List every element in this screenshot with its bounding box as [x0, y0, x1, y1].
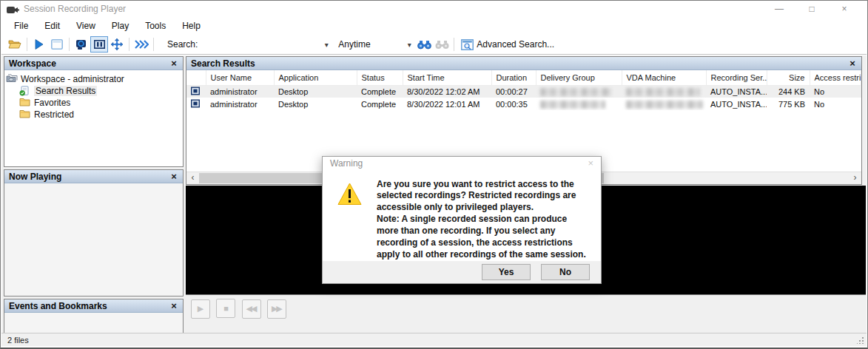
events-bookmarks-panel: Events and Bookmarks ×	[4, 299, 184, 333]
tree-item-label: Favorites	[34, 98, 70, 108]
tree-item-label: Search Results	[34, 86, 97, 96]
results-table: User Name Application Status Start Time …	[186, 70, 861, 110]
cell-application: Desktop	[274, 98, 357, 110]
column-user-name[interactable]: User Name	[206, 70, 274, 85]
speed-button[interactable]	[132, 36, 150, 52]
workspace-close-icon[interactable]: ×	[168, 58, 180, 69]
menu-tools[interactable]: Tools	[137, 17, 174, 35]
menu-file[interactable]: File	[6, 17, 36, 35]
minimize-button[interactable]: —	[763, 1, 795, 17]
cell-vda-machine-redacted	[622, 98, 706, 110]
menu-bar: File Edit View Play Tools Help	[1, 17, 867, 35]
pan-button[interactable]	[108, 36, 126, 52]
events-close-icon[interactable]: ×	[168, 300, 180, 311]
status-bar: 2 files	[1, 333, 867, 346]
dialog-message: Are you sure you want to restrict access…	[377, 179, 591, 262]
dialog-close-icon[interactable]: ×	[588, 157, 593, 169]
recording-row-2[interactable]: administrator Desktop Complete 8/30/2022…	[186, 98, 861, 110]
snapshot-button[interactable]	[48, 36, 66, 52]
column-start-time[interactable]: Start Time	[403, 70, 491, 85]
pan-move-icon	[111, 38, 123, 50]
advanced-search-button[interactable]: Advanced Search...	[460, 36, 555, 52]
tree-item-restricted[interactable]: Restricted	[6, 109, 181, 121]
title-bar: Session Recording Player — □ ×	[1, 1, 867, 17]
menu-play[interactable]: Play	[104, 17, 137, 35]
resize-grip[interactable]	[857, 336, 864, 344]
toolbar-separator	[27, 38, 27, 51]
toolbar-separator	[454, 38, 454, 51]
menu-help[interactable]: Help	[174, 17, 209, 35]
column-size[interactable]: Size	[767, 70, 810, 85]
app-window: Session Recording Player — □ × File Edit…	[0, 0, 868, 349]
redacted-blur	[626, 101, 703, 109]
workspace-folders-icon	[6, 74, 18, 84]
cell-start-time: 8/30/2022 12:01 AM	[403, 98, 491, 110]
cell-access-restricted: No	[810, 85, 861, 98]
recording-row-1[interactable]: administrator Desktop Complete 8/30/2022…	[186, 85, 861, 98]
column-duration[interactable]: Duration	[491, 70, 536, 85]
cell-user: administrator	[206, 85, 274, 98]
snapshot-window-icon	[51, 39, 63, 50]
cell-access-restricted: No	[810, 98, 861, 110]
now-playing-close-icon[interactable]: ×	[168, 171, 180, 182]
search-label: Search:	[167, 39, 198, 50]
folder-icon	[19, 109, 31, 120]
advanced-search-icon	[461, 39, 474, 50]
tree-item-favorites[interactable]: Favorites	[6, 97, 181, 109]
toolbar: Search: ▾ Anytime ▾ Advanced Search...	[1, 35, 867, 55]
player-forward-button: ▶▶	[267, 299, 286, 319]
open-button[interactable]	[6, 36, 24, 52]
find-button[interactable]	[415, 36, 433, 52]
workspace-panel-header: Workspace ×	[4, 57, 183, 70]
no-button[interactable]: No	[541, 264, 590, 280]
rewind-icon: ◀◀	[246, 304, 255, 314]
cell-status: Complete	[357, 85, 403, 98]
toolbar-separator	[69, 38, 70, 51]
cell-size: 775 KB	[767, 98, 810, 110]
cell-recording-server: AUTO_INSTA...	[706, 85, 767, 98]
tree-item-workspace-root[interactable]: Workspace - administrator	[6, 73, 181, 85]
menu-view[interactable]: View	[68, 17, 104, 35]
redacted-blur	[540, 88, 611, 96]
scroll-right-arrow-icon[interactable]: ›	[849, 172, 861, 184]
toolbar-separator	[153, 38, 154, 51]
frame-view-toggle[interactable]	[90, 36, 108, 52]
cell-delivery-group-redacted	[536, 98, 622, 110]
column-recording-server[interactable]: Recording Ser...	[706, 70, 767, 85]
yes-button[interactable]: Yes	[482, 264, 531, 280]
search-results-panel-header: Search Results ×	[186, 57, 861, 70]
time-filter-select[interactable]: Anytime ▾	[332, 39, 415, 50]
binoculars-icon	[417, 39, 431, 50]
column-delivery-group[interactable]: Delivery Group	[536, 70, 622, 85]
column-vda-machine[interactable]: VDA Machine	[622, 70, 706, 85]
time-filter-dropdown-arrow: ▾	[403, 41, 415, 49]
column-application[interactable]: Application	[274, 70, 357, 85]
column-access-restricted[interactable]: Access restrict...	[810, 70, 861, 85]
cell-status: Complete	[357, 98, 403, 110]
screen-cast-button[interactable]	[73, 36, 90, 52]
advanced-search-label: Advanced Search...	[477, 39, 554, 50]
menu-edit[interactable]: Edit	[36, 17, 68, 35]
cell-user: administrator	[206, 98, 274, 110]
events-panel-header: Events and Bookmarks ×	[4, 299, 183, 313]
redacted-blur	[626, 88, 700, 96]
maximize-button[interactable]: □	[795, 1, 828, 17]
cell-start-time: 8/30/2022 12:02 AM	[403, 85, 491, 98]
tree-item-label: Restricted	[34, 109, 74, 120]
tree-item-label: Workspace - administrator	[21, 74, 124, 84]
now-playing-panel: Now Playing ×	[4, 169, 184, 297]
cell-duration: 00:00:35	[491, 98, 536, 110]
scroll-left-arrow-icon[interactable]: ‹	[186, 172, 199, 184]
search-results-close-icon[interactable]: ×	[847, 58, 858, 69]
search-input[interactable]	[202, 37, 320, 52]
film-frame-icon	[94, 40, 105, 49]
play-button[interactable]	[30, 36, 48, 52]
column-status[interactable]: Status	[357, 70, 403, 85]
play-icon	[35, 39, 44, 50]
play-icon: ▶	[198, 304, 202, 314]
close-button[interactable]: ×	[828, 1, 861, 17]
tree-item-search-results[interactable]: Search Results	[6, 85, 181, 97]
search-dropdown-arrow[interactable]: ▾	[320, 41, 332, 49]
dialog-button-bar: Yes No	[323, 261, 601, 283]
fast-forward-icon: ▶▶	[272, 304, 281, 314]
